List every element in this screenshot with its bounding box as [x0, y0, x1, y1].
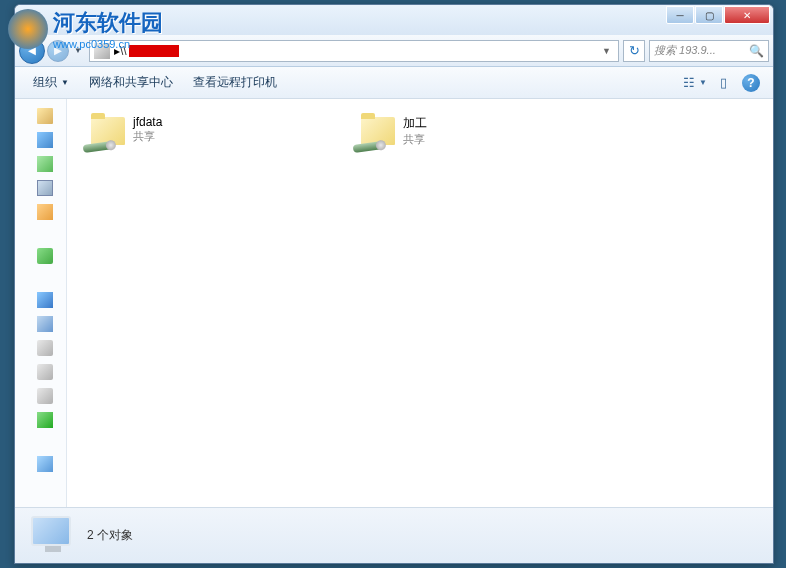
close-button[interactable]: ✕: [724, 6, 770, 24]
sidebar-item[interactable]: [15, 153, 66, 175]
drive-icon: [37, 340, 53, 356]
search-icon[interactable]: 🔍: [749, 44, 764, 58]
shared-folder-icon: [83, 115, 125, 155]
sidebar-item[interactable]: [15, 385, 66, 407]
computer-large-icon: [27, 514, 75, 558]
address-text: ▸ \\: [114, 44, 599, 58]
monitor-icon: [37, 316, 53, 332]
content-pane[interactable]: jfdata 共享 加工 共享: [67, 99, 773, 507]
toolbar: 组织 ▼ 网络和共享中心 查看远程打印机 ☷▼ ▯ ?: [15, 67, 773, 99]
organize-button[interactable]: 组织 ▼: [23, 70, 79, 95]
computer-icon: [37, 292, 53, 308]
video-icon: [37, 132, 53, 148]
preview-pane-button[interactable]: ▯: [709, 72, 737, 94]
music-icon: [37, 204, 53, 220]
address-network-prefix: \\: [120, 44, 127, 58]
network-center-button[interactable]: 网络和共享中心: [79, 70, 183, 95]
sidebar-item[interactable]: [15, 105, 66, 127]
nav-history-dropdown[interactable]: ▼: [71, 46, 85, 55]
folder-name: 加工: [403, 115, 427, 132]
sidebar-item[interactable]: [15, 453, 66, 475]
search-box[interactable]: 搜索 193.9... 🔍: [649, 40, 769, 62]
view-printers-label: 查看远程打印机: [193, 74, 277, 91]
maximize-button[interactable]: ▢: [695, 6, 723, 24]
statusbar: 2 个对象: [15, 507, 773, 563]
address-dropdown[interactable]: ▼: [599, 46, 614, 56]
sidebar-item[interactable]: [15, 129, 66, 151]
drive-icon: [37, 364, 53, 380]
computer-icon: [94, 43, 110, 59]
back-button[interactable]: ◄: [19, 38, 45, 64]
excel-icon: [37, 412, 53, 428]
refresh-button[interactable]: ↻: [623, 40, 645, 62]
minimize-button[interactable]: ─: [666, 6, 694, 24]
network-center-label: 网络和共享中心: [89, 74, 173, 91]
view-options-button[interactable]: ☷▼: [681, 72, 709, 94]
address-redacted: [129, 45, 179, 57]
shared-folder-item[interactable]: 加工 共享: [349, 111, 579, 159]
network-icon: [37, 456, 53, 472]
homegroup-icon: [37, 248, 53, 264]
sidebar: [15, 99, 67, 507]
status-count: 2 个对象: [87, 527, 133, 544]
chevron-down-icon: ▼: [61, 78, 69, 87]
main-area: jfdata 共享 加工 共享: [15, 99, 773, 507]
navbar: ◄ ► ▼ ▸ \\ ▼ ↻ 搜索 193.9... 🔍: [15, 35, 773, 67]
document-icon: [37, 180, 53, 196]
picture-icon: [37, 156, 53, 172]
drive-icon: [37, 388, 53, 404]
sidebar-item[interactable]: [15, 361, 66, 383]
sidebar-item[interactable]: [15, 245, 66, 267]
folder-subtitle: 共享: [133, 129, 162, 144]
shared-folder-icon: [353, 115, 395, 155]
sidebar-item[interactable]: [15, 337, 66, 359]
explorer-window: ─ ▢ ✕ ◄ ► ▼ ▸ \\ ▼ ↻ 搜索 193.9... 🔍 组织 ▼ …: [14, 4, 774, 564]
organize-label: 组织: [33, 74, 57, 91]
folder-name: jfdata: [133, 115, 162, 129]
sidebar-item[interactable]: [15, 289, 66, 311]
sidebar-item[interactable]: [15, 201, 66, 223]
shared-folder-item[interactable]: jfdata 共享: [79, 111, 309, 159]
address-bar[interactable]: ▸ \\ ▼: [89, 40, 619, 62]
sidebar-item[interactable]: [15, 177, 66, 199]
help-button[interactable]: ?: [737, 72, 765, 94]
help-icon: ?: [742, 74, 760, 92]
sidebar-item[interactable]: [15, 313, 66, 335]
folder-subtitle: 共享: [403, 132, 427, 147]
forward-button[interactable]: ►: [47, 40, 69, 62]
titlebar: ─ ▢ ✕: [15, 5, 773, 35]
sidebar-item[interactable]: [15, 409, 66, 431]
search-input[interactable]: 搜索 193.9...: [654, 43, 749, 58]
chevron-down-icon: ▼: [699, 78, 707, 87]
view-printers-button[interactable]: 查看远程打印机: [183, 70, 287, 95]
folder-icon: [37, 108, 53, 124]
